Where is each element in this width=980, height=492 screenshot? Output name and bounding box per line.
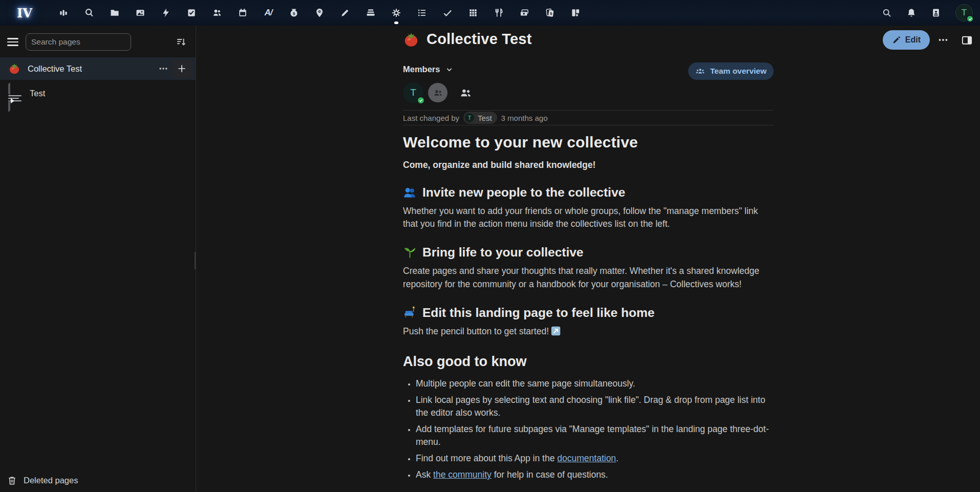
list-item: Add templates for future subpages via "M… xyxy=(416,423,774,448)
collective-actions-icon[interactable] xyxy=(155,60,172,77)
tables-app-icon[interactable] xyxy=(468,8,478,18)
last-changed-user[interactable]: T Test xyxy=(463,112,497,124)
contacts-menu-icon[interactable] xyxy=(931,8,941,18)
whiteboard-app-icon[interactable] xyxy=(570,8,581,18)
text-editor-app-icon[interactable] xyxy=(340,8,350,18)
cookbook-app-icon[interactable] xyxy=(494,8,504,18)
list-item-text: Ask xyxy=(416,469,433,480)
todo-list-app-icon[interactable] xyxy=(417,8,427,18)
deck-app-icon[interactable] xyxy=(366,8,376,18)
team-overview-button[interactable]: Team overview xyxy=(688,62,774,80)
notes-app-icon[interactable]: A/ xyxy=(263,8,273,18)
tomato-icon xyxy=(403,31,419,48)
page-title: Collective Test xyxy=(427,31,532,48)
expand-arrow-icon[interactable] xyxy=(11,98,14,103)
intro-text: Come, organize and build shared knowledg… xyxy=(403,160,774,170)
status-online-icon xyxy=(417,96,425,104)
payments-app-icon[interactable] xyxy=(519,8,529,18)
member-avatar-group[interactable] xyxy=(428,83,448,102)
trash-icon xyxy=(7,476,17,485)
team-icon xyxy=(695,67,705,76)
members-toggle[interactable]: Members xyxy=(403,62,476,74)
manage-members-icon[interactable] xyxy=(455,82,476,103)
page-title: Test xyxy=(30,89,45,98)
deleted-pages-button[interactable]: Deleted pages xyxy=(0,468,196,492)
dashboard-app-icon[interactable] xyxy=(58,8,69,18)
couch-and-lamp-icon xyxy=(403,306,417,319)
edit-button[interactable]: Edit xyxy=(883,30,930,50)
edit-landing-paragraph: Push the pencil button to get started! xyxy=(403,325,774,338)
main-content: Collective Test Edit Members xyxy=(197,26,980,492)
navigation-sidebar: Collective Test Test Deleted pages xyxy=(0,26,196,492)
app-menu: A/ $ $ xyxy=(58,8,581,18)
member-avatar-test[interactable]: T xyxy=(403,82,423,103)
bring-life-heading: Bring life to your collective xyxy=(403,245,774,260)
page-header: Collective Test Edit xyxy=(197,26,980,55)
topbar: IV A/ $ $ xyxy=(0,0,980,26)
sidebar-item-collective-test[interactable]: Collective Test xyxy=(0,57,196,80)
invite-paragraph: Whether you want to add your friends or … xyxy=(403,205,774,230)
search-pages-input[interactable] xyxy=(26,33,131,51)
photos-app-icon[interactable] xyxy=(135,8,145,18)
collectives-app-icon[interactable] xyxy=(391,8,401,18)
unified-search-icon[interactable] xyxy=(882,8,892,18)
nextcloud-logo[interactable]: IV xyxy=(11,4,38,22)
chevron-down-icon xyxy=(445,65,454,74)
list-item-text: for help in case of questions. xyxy=(492,469,608,480)
list-item: Ask the community for help in case of qu… xyxy=(416,468,774,481)
activity-app-icon[interactable] xyxy=(161,8,171,18)
bring-life-paragraph: Create pages and share your thoughts tha… xyxy=(403,265,774,290)
documentation-link[interactable]: documentation xyxy=(557,453,616,463)
avatar-initial: T xyxy=(962,8,967,18)
members-section: Members T xyxy=(403,62,774,103)
collective-name: Collective Test xyxy=(28,64,82,74)
maps-app-icon[interactable] xyxy=(314,8,325,18)
add-page-button[interactable] xyxy=(172,59,191,78)
sidebar-item-page-test[interactable]: Test xyxy=(0,82,196,104)
also-good-heading: Also good to know xyxy=(403,354,774,370)
list-item-text: Add templates for future subpages via "M… xyxy=(416,424,769,447)
list-item: Link local pages by selecting text and c… xyxy=(416,394,774,419)
tasks-app-icon[interactable] xyxy=(186,8,197,18)
topbar-right: T xyxy=(882,4,980,22)
seedling-icon xyxy=(403,246,417,260)
also-list: Multiple people can edit the same page s… xyxy=(403,377,774,481)
app-window: IV A/ $ $ xyxy=(0,0,980,492)
list-item: Find out more about this App in the docu… xyxy=(416,452,774,465)
invite-heading: Invite new people to the collective xyxy=(403,185,774,200)
list-item-text: Link local pages by selecting text and c… xyxy=(416,395,765,418)
menu-toggle-icon[interactable] xyxy=(7,35,20,49)
pencil-icon xyxy=(892,36,901,45)
list-item-text: . xyxy=(616,453,619,463)
money-app-icon[interactable]: $ xyxy=(289,8,299,18)
checks-app-icon[interactable] xyxy=(442,8,453,18)
contacts-app-icon[interactable] xyxy=(212,8,222,18)
arrow-up-right-icon xyxy=(551,326,561,336)
edit-landing-heading: Edit this landing page to feel like home xyxy=(403,306,774,320)
deleted-pages-label: Deleted pages xyxy=(24,476,78,485)
list-item: Multiple people can edit the same page s… xyxy=(416,377,774,390)
page-icon xyxy=(8,86,22,100)
welcome-heading: Welcome to your new collective xyxy=(403,134,774,151)
sort-order-icon[interactable] xyxy=(172,33,190,51)
status-online-icon xyxy=(966,15,974,23)
last-changed-time: 3 months ago xyxy=(501,114,548,122)
last-changed-bar: Last changed by T Test 3 months ago xyxy=(403,110,774,125)
search-app-icon[interactable] xyxy=(84,8,94,18)
open-details-sidebar-icon[interactable] xyxy=(956,30,977,50)
calendar-app-icon[interactable] xyxy=(238,8,248,18)
user-avatar[interactable]: T xyxy=(955,4,973,22)
list-item-text: Multiple people can edit the same page s… xyxy=(416,378,635,389)
page-actions-menu-icon[interactable] xyxy=(933,30,953,50)
files-app-icon[interactable] xyxy=(110,8,120,18)
list-item-text: Find out more about this App in the xyxy=(416,453,557,463)
last-changed-label: Last changed by xyxy=(403,114,459,122)
cards-app-icon[interactable]: $ xyxy=(545,8,555,18)
mini-avatar: T xyxy=(465,113,474,122)
tomato-icon xyxy=(8,62,20,75)
svg-text:$: $ xyxy=(550,12,552,16)
busts-in-silhouette-icon xyxy=(403,186,417,200)
notifications-bell-icon[interactable] xyxy=(906,8,917,18)
community-link[interactable]: the community xyxy=(433,469,492,480)
page-body: Welcome to your new collective Come, org… xyxy=(403,134,774,481)
